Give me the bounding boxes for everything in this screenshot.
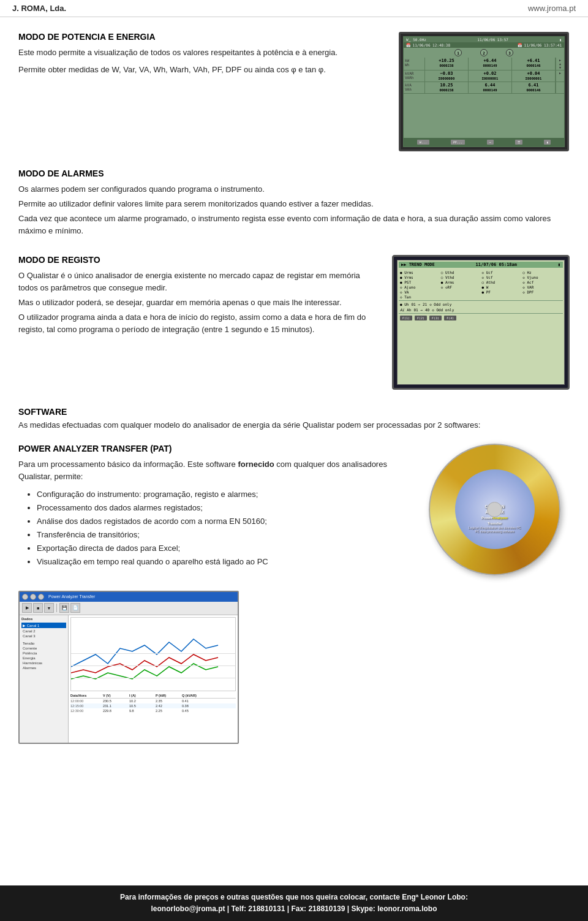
trend-param: ◇ VA bbox=[400, 290, 439, 294]
energia-image-col: W⎯ 50.0Hz 11/06/06 13:57 ▮ 📅 11/06/06 12… bbox=[398, 32, 570, 151]
footer-line1: Para informações de preços e outras ques… bbox=[12, 892, 576, 903]
software-title: SOFTWARE bbox=[18, 407, 570, 417]
win-close-btn[interactable] bbox=[22, 594, 28, 600]
table-row: 12:15:00 231.1 10.5 2.42 0.38 bbox=[70, 703, 236, 708]
trend-uh-row: ● Uh 01 → 21 ◇ Odd only bbox=[400, 302, 562, 306]
table-header: Data/Hora V (V) I (A) P (kW) Q (kVAR) bbox=[70, 694, 236, 699]
registo-text: MODO DE REGISTO O Qualistar é o único an… bbox=[18, 255, 380, 390]
trend-param: ● PST bbox=[400, 280, 439, 284]
trend-param: ● W bbox=[482, 285, 521, 289]
chart-gridline bbox=[71, 678, 235, 678]
sidebar-item[interactable]: Potência bbox=[21, 651, 66, 656]
energia-btn-menu: ☰ bbox=[515, 140, 522, 145]
energia-bottombar: W... PF... → ☰ ▮ bbox=[404, 138, 564, 146]
trend-param: ◇ DPF bbox=[522, 290, 562, 294]
trend-f1-btn[interactable]: F(1) bbox=[400, 316, 412, 320]
trend-param: ● Urms bbox=[400, 270, 439, 275]
energia-btn-ok: ▮ bbox=[544, 140, 551, 145]
sidebar-item[interactable]: ▶ Canal 1 bbox=[21, 623, 66, 628]
energia-btn-arrow: → bbox=[487, 140, 494, 145]
win-max-btn[interactable] bbox=[38, 594, 44, 600]
list-item: Visualização em tempo real quando o apar… bbox=[37, 555, 417, 569]
trend-param: ○ Uthd bbox=[441, 270, 480, 275]
footer-email[interactable]: leonorlobo@jroma.pt bbox=[151, 904, 225, 913]
trend-param: ● Vrms bbox=[400, 275, 439, 279]
list-item: Transferência de transitórios; bbox=[37, 528, 417, 542]
sidebar-item[interactable]: Canal 2 bbox=[21, 629, 66, 634]
cd-container: CHAUVINARNOUX PowerAnalyzerTransfer Logi… bbox=[429, 444, 564, 578]
registo-image-col: ▶▶ TREND MODE 11/07/06 05:18am ▮ ● Urms … bbox=[392, 255, 570, 390]
trend-param: ◇ Vjuno bbox=[522, 275, 562, 279]
sidebar-item[interactable]: Canal 3 bbox=[21, 634, 66, 639]
toolbar-btn-3[interactable]: ▼ bbox=[44, 603, 54, 613]
trend-param: ◇ ◇RF bbox=[441, 285, 480, 289]
sidebar-item[interactable]: Harmónicas bbox=[21, 661, 66, 665]
trend-param bbox=[441, 295, 480, 299]
cd-hole bbox=[487, 502, 502, 517]
trend-f4-btn[interactable]: F(4) bbox=[444, 316, 456, 320]
kva-row: kVAVAh 10.250000238 6.440000149 6.410000… bbox=[404, 82, 564, 94]
trend-param: ◇ Tan bbox=[400, 295, 439, 299]
pat-para1: Para um processamento básico da informaç… bbox=[18, 458, 417, 483]
trend-titlebar: ▶▶ TREND MODE 11/07/06 05:18am ▮ bbox=[399, 262, 563, 268]
circle-1: 1 bbox=[454, 49, 462, 56]
trend-ranges: ● Uh 01 → 21 ◇ Odd only Ai Ah 01 → 40 ◇ … bbox=[399, 300, 563, 313]
header: J. ROMA, Lda. www.jroma.pt bbox=[0, 0, 588, 17]
cd-label: CHAUVINARNOUX PowerAnalyzerTransfer Logi… bbox=[455, 469, 535, 549]
sidebar-item[interactable]: Tensão bbox=[21, 641, 66, 646]
energia-para1: Este modo permite a visualização de todo… bbox=[18, 47, 386, 59]
toolbar-btn-2[interactable]: ■ bbox=[33, 603, 43, 613]
sidebar-item[interactable]: Corrente bbox=[21, 646, 66, 651]
toolbar-btn-1[interactable]: ▶ bbox=[22, 603, 32, 613]
toolbar-btn-5[interactable]: 📄 bbox=[70, 603, 80, 613]
alarmes-para2: Permite ao utilizador definir valores li… bbox=[18, 198, 570, 210]
chart-svg bbox=[71, 618, 235, 691]
energia-screen-inner: W⎯ 50.0Hz 11/06/06 13:57 ▮ 📅 11/06/06 12… bbox=[403, 36, 565, 147]
trend-device-screen: ▶▶ TREND MODE 11/07/06 05:18am ▮ ● Urms … bbox=[392, 255, 570, 390]
registo-para3: O utilizador programa ainda a data e hor… bbox=[18, 311, 380, 336]
registo-section: MODO DE REGISTO O Qualistar é o único an… bbox=[18, 255, 570, 390]
trend-param: ○ Athd bbox=[482, 280, 521, 284]
software-section: SOFTWARE As medidas efectuadas com qualq… bbox=[18, 407, 570, 431]
cd-disc: CHAUVINARNOUX PowerAnalyzerTransfer Logi… bbox=[429, 444, 560, 575]
pat-title: POWER ANALYZER TRANSFER (PAT) bbox=[18, 444, 417, 453]
energia-para2: Permite obter medidas de W, Var, VA, Wh,… bbox=[18, 64, 386, 76]
window-title: Power Analyzer Transfer bbox=[48, 594, 95, 599]
screenshot-toolbar: ▶ ■ ▼ 💾 📄 bbox=[20, 602, 238, 615]
screenshot-section: Power Analyzer Transfer ▶ ■ ▼ 💾 📄 Dados … bbox=[18, 591, 570, 744]
energia-topbar: W⎯ 50.0Hz 11/06/06 13:57 ▮ bbox=[404, 37, 564, 42]
circle-3: 3 bbox=[506, 49, 513, 56]
trend-param: ◇ VAR bbox=[522, 285, 562, 289]
sidebar-item[interactable]: Energia bbox=[21, 656, 66, 661]
toolbar-btn-4[interactable]: 💾 bbox=[59, 603, 69, 613]
data-table: Data/Hora V (V) I (A) P (kW) Q (kVAR) 12… bbox=[70, 694, 236, 713]
chart-area bbox=[70, 617, 236, 691]
alarmes-title: MODO DE ALARMES bbox=[18, 169, 570, 178]
trend-param: ◇ Acf bbox=[522, 280, 562, 284]
trend-param: ○ Hz bbox=[522, 270, 562, 275]
energia-circles: 1 2 3 bbox=[404, 48, 564, 58]
circle-2: 2 bbox=[480, 49, 488, 56]
software-para1: As medidas efectuadas com qualquer model… bbox=[18, 419, 570, 431]
sidebar-item[interactable]: Alarmes bbox=[21, 665, 66, 670]
trend-f3-btn[interactable]: F(3) bbox=[429, 316, 442, 320]
list-item: Configuração do instrumento: programação… bbox=[37, 488, 417, 501]
table-row: 12:30:00 229.8 9.8 2.25 0.45 bbox=[70, 708, 236, 713]
energia-device-screen: W⎯ 50.0Hz 11/06/06 13:57 ▮ 📅 11/06/06 12… bbox=[399, 32, 569, 151]
trend-param: ● Arms bbox=[441, 280, 480, 284]
screenshot-titlebar: Power Analyzer Transfer bbox=[20, 592, 238, 602]
main-content: MODO DE POTENCIA E ENERGIA Este modo per… bbox=[0, 17, 588, 808]
footer: Para informações de preços e outras ques… bbox=[0, 885, 588, 921]
energia-title: MODO DE POTENCIA E ENERGIA bbox=[18, 32, 386, 42]
win-min-btn[interactable] bbox=[30, 594, 36, 600]
alarmes-section: MODO DE ALARMES Os alarmes podem ser con… bbox=[18, 169, 570, 238]
pat-para1-before: Para um processamento básico da informaç… bbox=[18, 460, 238, 469]
trend-param: ◇ Ucf bbox=[482, 270, 521, 275]
ai-text: Ai bbox=[400, 308, 404, 312]
sidebar-label: Dados bbox=[21, 617, 66, 621]
toolbar-divider bbox=[56, 604, 57, 612]
energia-datebar: 📅 11/06/06 12:48:38 📅 11/06/06 13:57:41 bbox=[404, 42, 564, 48]
chart-gridline bbox=[71, 653, 235, 654]
trend-f2-btn[interactable]: F(2) bbox=[415, 316, 427, 320]
trend-footer-buttons: F(1) F(2) F(3) F(4) bbox=[399, 313, 563, 322]
